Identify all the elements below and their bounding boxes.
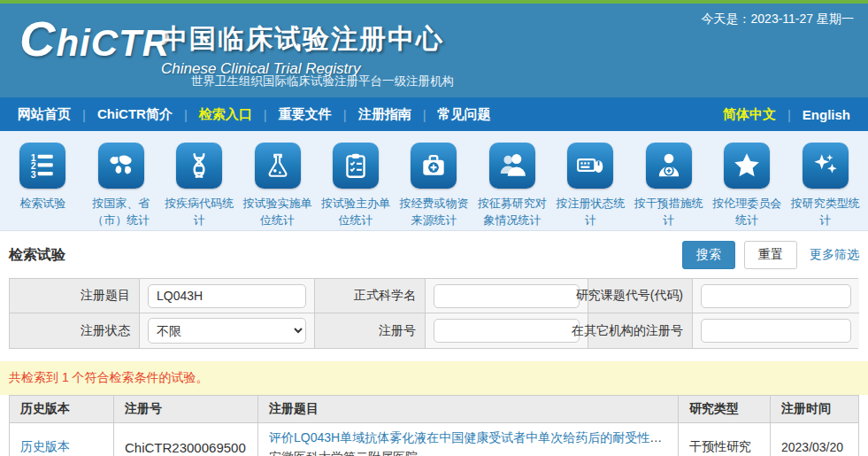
nav-separator: |	[343, 107, 347, 122]
svg-text:3: 3	[31, 169, 36, 180]
numbered-list-icon: 123	[19, 143, 65, 189]
site-title: 中国临床试验注册中心	[161, 21, 444, 58]
reg-status-cell: 不限	[140, 313, 315, 348]
study-code-cell	[693, 279, 859, 313]
keyboard-mouse-icon	[567, 143, 613, 189]
results-table: 历史版本 注册号 注册题目 研究类型 注册时间 历史版本 ChiCTR23000…	[9, 395, 859, 456]
search-form: 注册题目 正式科学名 研究课题代号(代码) 注册状态 不限 注册号 在其它机构的…	[9, 278, 858, 349]
star-icon	[724, 143, 770, 189]
institution-name: 安徽医科大学第二附属医院	[269, 450, 667, 456]
study-code-label: 研究课题代号(代码)	[588, 279, 693, 313]
reg-status-select[interactable]: 不限	[148, 318, 306, 344]
quicklink-label: 按注册状态统计	[551, 196, 629, 229]
scientific-name-cell	[426, 279, 588, 313]
who-tagline: 世界卫生组织国际临床试验注册平台一级注册机构	[191, 73, 454, 89]
col-registration-title: 注册题目	[258, 396, 679, 423]
quicklink-by-registration-status[interactable]: 按注册状态统计	[551, 143, 629, 230]
results-header-row: 历史版本 注册号 注册题目 研究类型 注册时间	[10, 396, 859, 423]
registration-number-cell: ChiCTR2300069500	[114, 423, 258, 456]
search-button[interactable]: 搜索	[682, 241, 735, 269]
quicklink-label: 检索试验	[18, 196, 67, 213]
other-reg-number-cell	[693, 313, 859, 348]
nav-faq[interactable]: 常见问题	[438, 106, 491, 123]
nav-important-docs[interactable]: 重要文件	[279, 106, 332, 123]
col-history-version: 历史版本	[10, 396, 114, 423]
col-registration-date: 注册时间	[771, 396, 859, 423]
quicklink-by-sponsor-unit[interactable]: 按试验主办单位统计	[317, 143, 395, 230]
reg-title-cell	[140, 279, 315, 313]
registration-date-cell: 2023/03/20	[771, 423, 859, 456]
history-version-cell: 历史版本	[10, 423, 114, 456]
flask-icon	[255, 143, 301, 189]
doctor-icon	[646, 143, 692, 189]
quicklink-label: 按国家、省（市）统计	[81, 196, 159, 229]
registration-number: ChiCTR2300069500	[125, 440, 246, 455]
quicklink-by-study-type[interactable]: 按研究类型统计	[787, 143, 864, 230]
nav-about[interactable]: ChiCTR简介	[97, 106, 173, 123]
quicklink-label: 按试验主办单位统计	[317, 196, 395, 229]
lang-simplified-chinese[interactable]: 简体中文	[723, 106, 776, 123]
quicklink-search-trials[interactable]: 123 检索试验	[4, 143, 81, 230]
history-version-link[interactable]: 历史版本	[20, 439, 70, 453]
col-study-type: 研究类型	[679, 396, 771, 423]
quicklink-by-recruitment-status[interactable]: 按征募研究对象情况统计	[473, 143, 551, 230]
reg-title-label: 注册题目	[10, 279, 140, 313]
chictr-logo[interactable]: CChiCTRhiCTR	[19, 21, 170, 65]
more-filters-link[interactable]: 更多筛选	[810, 247, 859, 263]
language-switch: 简体中文 | English	[723, 106, 850, 123]
quicklink-by-disease-code[interactable]: 按疾病代码统计	[160, 143, 238, 230]
study-type-cell: 干预性研究	[679, 423, 771, 456]
nav-separator: |	[423, 107, 426, 122]
today-date: 今天是：2023-11-27 星期一	[702, 12, 854, 27]
other-reg-number-input[interactable]	[701, 319, 851, 343]
nav-separator: |	[264, 107, 267, 122]
nav-separator: |	[184, 107, 188, 122]
quicklink-label: 按伦理委员会统计	[708, 196, 786, 229]
nav-separator: |	[82, 107, 86, 122]
statistics-quicklinks: 123 检索试验 按国家、省（市）统计 按疾病代码统计 按试验实施单位统计 按试…	[0, 131, 868, 231]
study-code-input[interactable]	[701, 284, 851, 308]
search-header: 检索试验 搜索 重置 更多筛选	[9, 241, 859, 269]
nav-search-entry[interactable]: 检索入口	[199, 106, 252, 123]
reg-number-label: 注册号	[315, 313, 426, 348]
scientific-name-input[interactable]	[434, 284, 580, 308]
quicklink-label: 按干预措施统计	[630, 196, 708, 229]
world-map-icon	[98, 143, 144, 189]
nav-separator: |	[787, 107, 791, 122]
reg-number-input[interactable]	[434, 319, 580, 343]
medical-kit-icon	[411, 143, 457, 189]
quicklink-by-funding-source[interactable]: 按经费或物资来源统计	[395, 143, 472, 230]
col-registration-number: 注册号	[114, 396, 258, 423]
main-navigation: 网站首页 | ChiCTR简介 | 检索入口 | 重要文件 | 注册指南 | 常…	[0, 97, 868, 131]
other-reg-number-label: 在其它机构的注册号	[588, 313, 693, 348]
quicklink-label: 按疾病代码统计	[160, 196, 238, 229]
site-header: CChiCTRhiCTR 中国临床试验注册中心 Chinese Clinical…	[0, 4, 868, 97]
quicklink-label: 按经费或物资来源统计	[395, 196, 472, 229]
quicklink-by-ethics-committee[interactable]: 按伦理委员会统计	[708, 143, 786, 230]
page-title: 检索试验	[9, 246, 65, 265]
nav-home[interactable]: 网站首页	[18, 106, 71, 123]
reg-title-input[interactable]	[148, 284, 306, 308]
registration-title-cell: 评价LQ043H单域抗体雾化液在中国健康受试者中单次给药后的耐受性、安全性、… …	[258, 423, 679, 456]
scientific-name-label: 正式科学名	[315, 279, 426, 313]
reset-button[interactable]: 重置	[744, 241, 797, 269]
site-title-block: 中国临床试验注册中心 Chinese Clinical Trial Regist…	[161, 21, 444, 78]
quicklink-by-implementing-unit[interactable]: 按试验实施单位统计	[238, 143, 316, 230]
people-group-icon	[489, 143, 535, 189]
table-row: 历史版本 ChiCTR2300069500 评价LQ043H单域抗体雾化液在中国…	[10, 423, 859, 456]
reg-status-label: 注册状态	[10, 313, 140, 348]
quicklink-by-country[interactable]: 按国家、省（市）统计	[81, 143, 159, 230]
reg-number-cell	[426, 313, 588, 348]
lang-english[interactable]: English	[803, 107, 850, 122]
nav-registration-guide[interactable]: 注册指南	[358, 106, 411, 123]
sparkles-icon	[803, 143, 849, 189]
quicklink-label: 按研究类型统计	[787, 196, 864, 229]
dna-icon	[176, 143, 222, 189]
logo-letter: C	[19, 11, 56, 66]
results-summary: 共检索到 1 个符合检索条件的试验。	[0, 361, 868, 395]
trial-title-link[interactable]: 评价LQ043H单域抗体雾化液在中国健康受试者中单次给药后的耐受性、安全性、…	[269, 430, 667, 444]
clipboard-checklist-icon	[333, 143, 379, 189]
quicklink-by-intervention[interactable]: 按干预措施统计	[630, 143, 708, 230]
quicklink-label: 按试验实施单位统计	[238, 196, 316, 229]
search-actions: 搜索 重置 更多筛选	[682, 241, 859, 269]
